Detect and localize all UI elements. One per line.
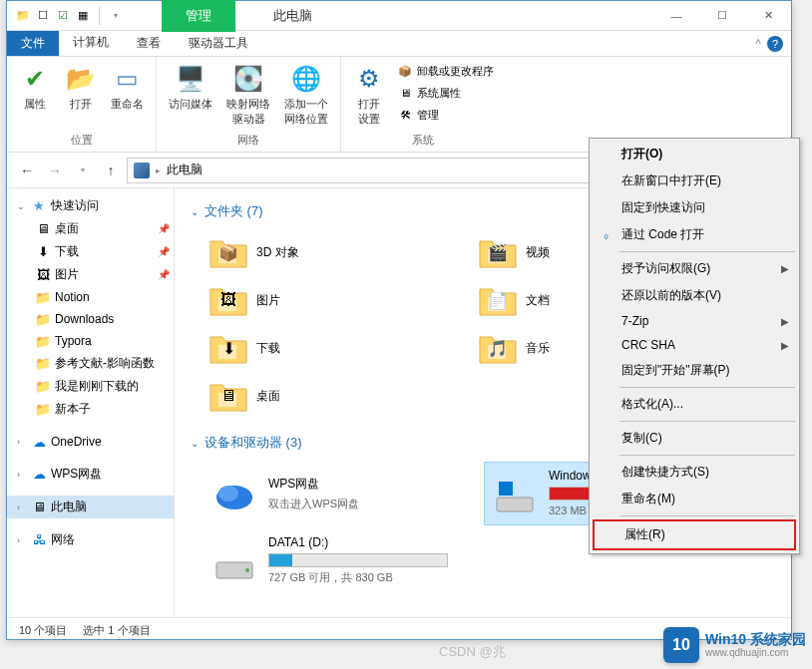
close-button[interactable]: ✕ — [745, 1, 791, 31]
sidebar-item[interactable]: 📁我是刚刚下载的 — [7, 375, 174, 398]
sidebar-item[interactable]: 📁新本子 — [7, 398, 174, 421]
nav-network[interactable]: › 🖧 网络 — [7, 528, 174, 551]
context-menu-item[interactable]: 复制(C) — [592, 425, 797, 452]
ribbon-manage[interactable]: 🛠 管理 — [395, 105, 496, 125]
context-menu[interactable]: 打开(O)在新窗口中打开(E)固定到快速访问⬨通过 Code 打开授予访问权限(… — [589, 138, 800, 554]
ribbon-small-column: 📦 卸载或更改程序 🖥 系统属性 🛠 管理 — [395, 61, 496, 125]
ribbon-open[interactable]: 📂 打开 — [61, 61, 101, 114]
sidebar-item[interactable]: 🖥桌面📌 — [7, 217, 174, 240]
menu-item-label: CRC SHA — [621, 338, 675, 352]
caret-icon[interactable]: › — [17, 502, 27, 512]
caret-icon[interactable]: ⌄ — [17, 201, 27, 211]
chevron-right-icon: ▶ — [781, 340, 789, 351]
svg-point-12 — [245, 568, 249, 572]
ribbon-add-location[interactable]: 🌐 添加一个 网络位置 — [280, 61, 332, 129]
ribbon-map-drive[interactable]: 💽 映射网络 驱动器 — [222, 61, 274, 129]
ribbon-uninstall[interactable]: 📦 卸载或更改程序 — [395, 61, 496, 81]
chevron-down-icon[interactable]: ⌄ — [191, 438, 199, 449]
collapse-ribbon-icon[interactable]: ^ — [755, 37, 761, 51]
recent-dropdown[interactable]: ▾ — [71, 159, 95, 182]
context-menu-item[interactable]: 打开(O) — [592, 141, 797, 167]
drive-item[interactable]: WPS网盘双击进入WPS网盘 — [204, 462, 454, 525]
drive-icon — [210, 540, 258, 580]
svg-point-8 — [218, 486, 238, 502]
context-menu-item[interactable]: 属性(R) — [595, 521, 794, 548]
chevron-right-icon: ▸ — [156, 166, 161, 175]
ribbon-media[interactable]: 🖥️ 访问媒体 — [165, 61, 216, 114]
nav-quick-access[interactable]: ⌄ ★ 快速访问 — [7, 194, 174, 217]
caret-icon[interactable]: › — [17, 470, 27, 480]
globe-icon: 🌐 — [290, 63, 322, 95]
star-icon: ★ — [31, 198, 47, 214]
tab-view[interactable]: 查看 — [123, 31, 175, 56]
folder-item[interactable]: 📦3D 对象 — [204, 230, 444, 274]
sidebar-item[interactable]: 🖼图片📌 — [7, 263, 174, 286]
location-text[interactable]: 此电脑 — [167, 162, 203, 178]
nav-pane[interactable]: ⌄ ★ 快速访问 🖥桌面📌⬇下载📌🖼图片📌📁Notion📁Downloads📁T… — [7, 188, 175, 617]
back-button[interactable]: ← — [15, 159, 39, 182]
nav-this-pc[interactable]: › 🖥 此电脑 — [7, 496, 174, 518]
sidebar-item[interactable]: 📁参考文献-影响函数 — [7, 352, 174, 375]
menu-item-label: 重命名(M) — [621, 491, 675, 507]
qat-checked-icon[interactable]: ☑ — [55, 8, 71, 24]
folder-item[interactable]: ⬇下载 — [204, 326, 444, 370]
context-menu-item[interactable]: 重命名(M) — [592, 486, 797, 512]
menu-item-label: 复制(C) — [621, 430, 662, 447]
drive-status: 727 GB 可用，共 830 GB — [268, 570, 448, 585]
chevron-down-icon[interactable]: ⌄ — [191, 206, 199, 217]
ribbon-sysprops[interactable]: 🖥 系统属性 — [395, 83, 496, 103]
folder-item[interactable]: 🖥桌面 — [204, 374, 444, 418]
sidebar-item[interactable]: ⬇下载📌 — [7, 240, 174, 263]
csdn-watermark: CSDN @兆 — [439, 643, 506, 661]
tab-file[interactable]: 文件 — [7, 31, 59, 56]
context-menu-item[interactable]: CRC SHA▶ — [592, 333, 797, 357]
sidebar-item[interactable]: 📁Downloads — [7, 308, 174, 330]
nav-wps[interactable]: › ☁ WPS网盘 — [7, 463, 174, 486]
folder-open-icon: 📂 — [65, 63, 97, 95]
manage-icon: 🛠 — [397, 107, 413, 123]
context-menu-item[interactable]: 还原以前的版本(V) — [592, 282, 797, 309]
help-icon[interactable]: ? — [767, 36, 783, 52]
drive-icon — [491, 474, 539, 513]
context-menu-item[interactable]: 创建快捷方式(S) — [592, 459, 797, 486]
context-menu-item[interactable]: 格式化(A)... — [592, 391, 797, 418]
ribbon-group-location: ✔ 属性 📂 打开 ▭ 重命名 位置 — [7, 57, 157, 152]
sidebar-item[interactable]: 📁Notion — [7, 286, 174, 308]
context-menu-item[interactable]: 授予访问权限(G)▶ — [592, 255, 797, 282]
ribbon-rename[interactable]: ▭ 重命名 — [107, 61, 148, 114]
separator — [619, 515, 795, 516]
folder-icon: 📁 — [35, 311, 51, 327]
ribbon-group-network: 🖥️ 访问媒体 💽 映射网络 驱动器 🌐 添加一个 网络位置 网络 — [157, 57, 341, 152]
qat-dropdown-icon[interactable]: ▾ — [108, 8, 124, 24]
menu-item-label: 在新窗口中打开(E) — [621, 172, 721, 189]
folder-item[interactable]: 🖼图片 — [204, 278, 444, 322]
folder-name: 音乐 — [526, 340, 550, 357]
sidebar-item[interactable]: 📁Typora — [7, 330, 174, 352]
ribbon-properties[interactable]: ✔ 属性 — [15, 61, 55, 114]
caret-icon[interactable]: › — [17, 535, 27, 545]
pin-icon: 📌 — [158, 246, 170, 257]
folder-name: 图片 — [256, 292, 280, 309]
context-menu-item[interactable]: 固定到快速访问 — [592, 194, 797, 221]
qat-unchecked-icon[interactable]: ☐ — [35, 8, 51, 24]
nav-onedrive[interactable]: › ☁ OneDrive — [7, 431, 174, 453]
tab-drive-tools[interactable]: 驱动器工具 — [175, 31, 262, 56]
forward-button[interactable]: → — [43, 159, 67, 182]
qat-image-icon[interactable]: ▦ — [75, 8, 91, 24]
group-label: 系统 — [349, 131, 496, 150]
minimize-button[interactable]: — — [653, 1, 699, 31]
ribbon-settings[interactable]: ⚙ 打开 设置 — [349, 61, 389, 129]
site-watermark: 10 Win10 系统家园 www.qdhuajin.com — [663, 627, 806, 663]
context-menu-item[interactable]: 在新窗口中打开(E) — [592, 167, 797, 194]
drive-item[interactable]: DATA1 (D:)727 GB 可用，共 830 GB — [204, 529, 454, 591]
maximize-button[interactable]: ☐ — [699, 1, 745, 31]
up-button[interactable]: ↑ — [99, 159, 123, 182]
tab-computer[interactable]: 计算机 — [59, 31, 123, 56]
drive-icon — [210, 474, 258, 513]
separator — [619, 387, 795, 388]
context-menu-item[interactable]: ⬨通过 Code 打开 — [592, 221, 797, 248]
context-menu-item[interactable]: 7-Zip▶ — [592, 309, 797, 333]
caret-icon[interactable]: › — [17, 437, 27, 447]
context-menu-item[interactable]: 固定到"开始"屏幕(P) — [592, 357, 797, 384]
menu-item-label: 授予访问权限(G) — [621, 260, 710, 277]
